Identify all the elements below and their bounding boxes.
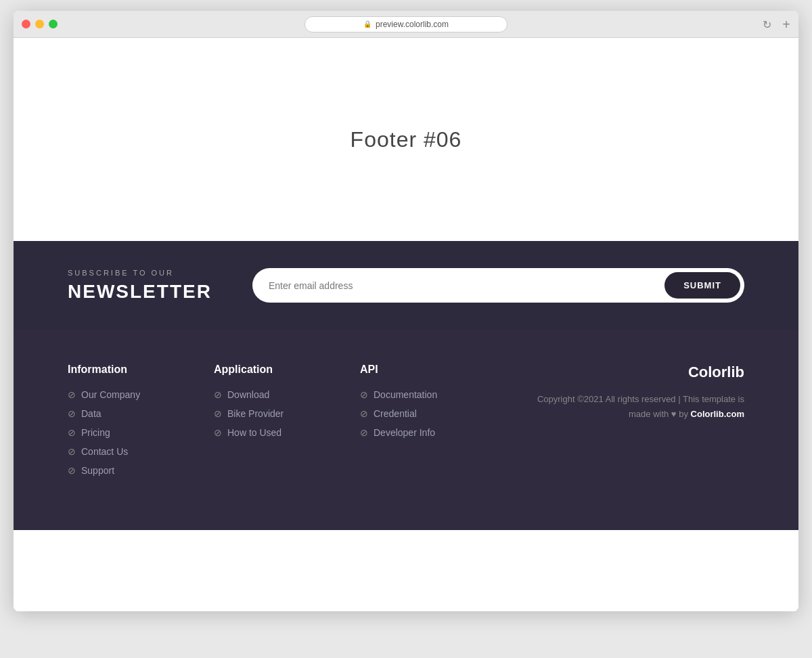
check-circle-icon: ⊘ xyxy=(360,389,368,400)
list-item: ⊘ Bike Provider xyxy=(214,408,333,419)
check-circle-icon: ⊘ xyxy=(214,427,222,438)
maximize-button[interactable] xyxy=(49,20,58,28)
window-controls xyxy=(22,20,58,28)
check-circle-icon: ⊘ xyxy=(68,446,76,457)
list-item: ⊘ Documentation xyxy=(360,389,479,400)
reload-button[interactable]: ↻ xyxy=(763,18,771,30)
address-bar[interactable]: 🔒 preview.colorlib.com xyxy=(304,16,508,32)
copyright-text: Copyright ©2021 All rights reserved | Th… xyxy=(506,392,744,422)
footer-link-how-to-used[interactable]: How to Used xyxy=(227,427,281,438)
subscribe-label: SUBSCRIBE TO OUR xyxy=(68,269,212,277)
check-circle-icon: ⊘ xyxy=(360,427,368,438)
footer-col-api: API ⊘ Documentation ⊘ Credential ⊘ Devel xyxy=(360,364,479,476)
lock-icon: 🔒 xyxy=(363,20,371,28)
check-circle-icon: ⊘ xyxy=(68,465,76,476)
newsletter-form: SUBMIT xyxy=(252,268,744,303)
check-circle-icon: ⊘ xyxy=(360,408,368,419)
list-item: ⊘ Pricing xyxy=(68,427,187,438)
page-title: Footer #06 xyxy=(351,127,462,152)
list-item: ⊘ Developer Info xyxy=(360,427,479,438)
footer-link-bike-provider[interactable]: Bike Provider xyxy=(227,408,284,419)
submit-button[interactable]: SUBMIT xyxy=(664,272,740,299)
minimize-button[interactable] xyxy=(35,20,44,28)
footer-link-pricing[interactable]: Pricing xyxy=(81,427,110,438)
copyright-link[interactable]: Colorlib.com xyxy=(691,409,744,419)
footer-link-documentation[interactable]: Documentation xyxy=(374,389,437,400)
footer-col-title-application: Application xyxy=(214,364,333,376)
newsletter-heading: NEWSLETTER xyxy=(68,281,212,303)
page-content: Footer #06 SUBSCRIBE TO OUR NEWSLETTER S… xyxy=(14,38,798,611)
brand-name: Colorlib xyxy=(506,364,744,381)
email-input[interactable] xyxy=(269,280,664,291)
newsletter-text-block: SUBSCRIBE TO OUR NEWSLETTER xyxy=(68,269,212,303)
footer-col-information: Information ⊘ Our Company ⊘ Data ⊘ Prici xyxy=(68,364,187,476)
footer-link-contact-us[interactable]: Contact Us xyxy=(81,446,128,457)
browser-titlebar: 🔒 preview.colorlib.com ↻ + xyxy=(14,11,798,38)
check-circle-icon: ⊘ xyxy=(68,389,76,400)
list-item: ⊘ How to Used xyxy=(214,427,333,438)
list-item: ⊘ Data xyxy=(68,408,187,419)
list-item: ⊘ Download xyxy=(214,389,333,400)
browser-window: 🔒 preview.colorlib.com ↻ + Footer #06 SU… xyxy=(14,11,798,611)
new-tab-button[interactable]: + xyxy=(782,18,790,31)
list-item: ⊘ Support xyxy=(68,465,187,476)
footer-link-developer-info[interactable]: Developer Info xyxy=(374,427,435,438)
footer-col-application: Application ⊘ Download ⊘ Bike Provider ⊘ xyxy=(214,364,333,476)
footer-link-data[interactable]: Data xyxy=(81,408,102,419)
check-circle-icon: ⊘ xyxy=(68,427,76,438)
footer-list-application: ⊘ Download ⊘ Bike Provider ⊘ How to Used xyxy=(214,389,333,438)
footer-link-support[interactable]: Support xyxy=(81,465,114,476)
check-circle-icon: ⊘ xyxy=(214,408,222,419)
newsletter-section: SUBSCRIBE TO OUR NEWSLETTER SUBMIT xyxy=(14,241,798,330)
footer-section: Information ⊘ Our Company ⊘ Data ⊘ Prici xyxy=(14,330,798,530)
footer-list-api: ⊘ Documentation ⊘ Credential ⊘ Developer… xyxy=(360,389,479,438)
footer-link-credential[interactable]: Credential xyxy=(374,408,417,419)
list-item: ⊘ Credential xyxy=(360,408,479,419)
check-circle-icon: ⊘ xyxy=(214,389,222,400)
footer-col-title-information: Information xyxy=(68,364,187,376)
footer-brand-col: Colorlib Copyright ©2021 All rights rese… xyxy=(506,364,744,476)
list-item: ⊘ Our Company xyxy=(68,389,187,400)
footer-grid: Information ⊘ Our Company ⊘ Data ⊘ Prici xyxy=(68,364,744,476)
check-circle-icon: ⊘ xyxy=(68,408,76,419)
footer-link-download[interactable]: Download xyxy=(227,389,269,400)
bottom-space xyxy=(14,530,798,611)
close-button[interactable] xyxy=(22,20,30,28)
hero-section: Footer #06 xyxy=(14,38,798,241)
footer-list-information: ⊘ Our Company ⊘ Data ⊘ Pricing ⊘ xyxy=(68,389,187,476)
list-item: ⊘ Contact Us xyxy=(68,446,187,457)
footer-link-our-company[interactable]: Our Company xyxy=(81,389,140,400)
footer-col-title-api: API xyxy=(360,364,479,376)
url-text: preview.colorlib.com xyxy=(376,20,449,29)
